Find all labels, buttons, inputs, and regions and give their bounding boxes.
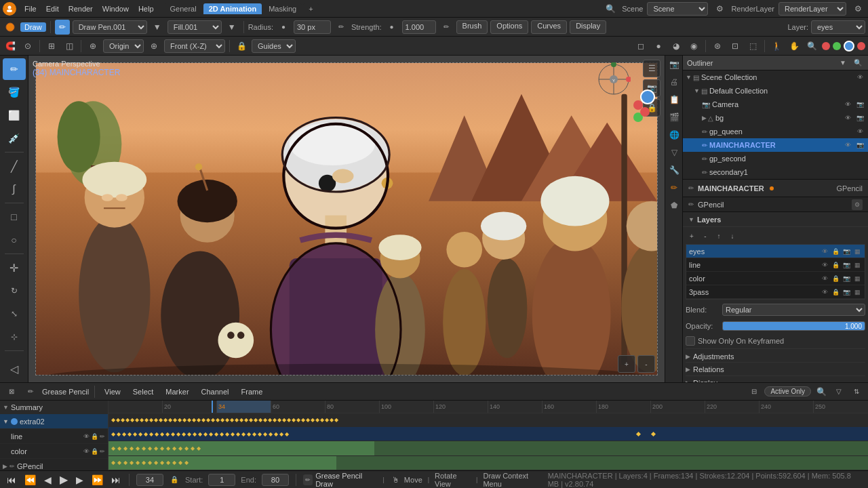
grid-icon[interactable]: ⊞ <box>44 39 59 54</box>
layer-line-mask[interactable]: ▦ <box>852 260 862 270</box>
playback-prev-keyframe[interactable]: ⏪ <box>23 474 37 485</box>
timeline-marker[interactable]: Marker <box>161 386 193 397</box>
current-frame-input[interactable] <box>136 474 163 486</box>
proportional-icon[interactable]: ⊙ <box>20 39 35 54</box>
start-frame-input[interactable] <box>208 474 235 486</box>
menu-render[interactable]: Render <box>64 3 97 14</box>
prop-icon-view-layer[interactable]: 📋 <box>665 91 683 108</box>
pressure-strength-icon[interactable]: ● <box>384 20 399 35</box>
timeline-select[interactable]: Select <box>129 386 158 397</box>
keyframed-checkbox[interactable] <box>686 336 695 346</box>
color-vis-icon[interactable]: 👁 <box>83 448 90 455</box>
layer-3pass-render[interactable]: 📷 <box>842 287 851 297</box>
move-layer-up-btn[interactable]: ↑ <box>713 230 725 242</box>
timeline-gp-icon[interactable]: ✏ <box>23 384 38 399</box>
color-track-label[interactable]: color 👁 🔒 ✏ <box>0 444 108 459</box>
active-only-pill[interactable]: Active Only <box>764 386 811 396</box>
radius-input[interactable] <box>294 20 331 34</box>
line-vis-icon[interactable]: 👁 <box>83 433 90 440</box>
tool-curve[interactable]: ∫ <box>3 178 26 200</box>
prop-icon-world[interactable]: 🌐 <box>665 126 683 144</box>
zoom-out-btn[interactable]: - <box>637 355 655 373</box>
summary-track-label[interactable]: ▼ Summary <box>0 401 108 414</box>
color-edit-icon[interactable]: ✏ <box>100 448 105 455</box>
outliner-secondary1[interactable]: ✏ secondary1 <box>683 165 868 179</box>
menu-window[interactable]: Window <box>98 3 133 14</box>
layer-color-render[interactable]: 📷 <box>842 274 851 283</box>
zoom-icon[interactable]: 🔍 <box>804 39 819 54</box>
prop-icon-render[interactable]: 📷 <box>665 56 683 73</box>
playback-play[interactable]: ▶ <box>58 473 69 486</box>
brush-settings-icon[interactable]: ▼ <box>150 20 165 35</box>
xray-icon[interactable]: ⬚ <box>745 39 760 54</box>
tool-eyedropper[interactable]: 💉 <box>3 127 26 149</box>
walk-icon[interactable]: 🚶 <box>769 39 784 54</box>
layer-line-render[interactable]: 📷 <box>842 260 851 270</box>
layer-3pass-mask[interactable]: ▦ <box>852 287 862 297</box>
viewport-shading-solid[interactable]: ● <box>651 39 666 54</box>
scene-select[interactable]: Scene <box>647 2 708 16</box>
viewport-gizmo[interactable]: Y <box>597 62 631 96</box>
tab-2d-animation[interactable]: 2D Animation <box>203 3 262 14</box>
zoom-btn[interactable]: + <box>618 355 635 373</box>
strength-pen-icon[interactable]: ✏ <box>439 20 454 35</box>
brush-select[interactable]: Draw Pen.001 <box>73 20 147 34</box>
playback-prev-frame[interactable]: ◀ <box>43 474 53 485</box>
gizmo-icon[interactable]: ⊛ <box>710 39 725 54</box>
camera-visibility[interactable]: 👁 <box>842 99 853 110</box>
viewport-shading-render[interactable]: ◉ <box>686 39 701 54</box>
tool-erase[interactable]: ⬜ <box>3 104 26 126</box>
outliner-gp-queen[interactable]: ✏ gp_queen 👁 <box>683 125 868 138</box>
gp-queen-vis[interactable]: 👁 <box>854 126 865 137</box>
menu-file[interactable]: File <box>20 3 41 14</box>
tool-transform[interactable]: ⊹ <box>3 326 26 348</box>
layer-color-lock[interactable]: 🔒 <box>831 274 840 283</box>
brush-btn[interactable]: Brush <box>456 20 488 34</box>
add-layer-btn[interactable]: + <box>686 230 698 242</box>
guides-select[interactable]: Guides <box>252 39 296 53</box>
tool-scale[interactable]: ⤡ <box>3 303 26 325</box>
layers-section-header[interactable]: ▼ Layers <box>683 212 868 227</box>
prop-icon-material[interactable]: ⬟ <box>665 197 683 214</box>
viewport-shading-material[interactable]: ◕ <box>669 39 684 54</box>
line-track-label[interactable]: line 👁 🔒 ✏ <box>0 429 108 444</box>
timeline-icon[interactable]: ⊠ <box>4 384 19 399</box>
scene-settings-icon[interactable]: ⚙ <box>712 1 727 16</box>
outliner-search-icon[interactable]: 🔍 <box>852 57 864 69</box>
frame-lock-icon[interactable]: 🔒 <box>169 474 180 486</box>
layer-eyes-mask[interactable]: ▦ <box>852 247 862 256</box>
outliner-default-collection[interactable]: ▼ ▤ Default Collection <box>683 84 868 98</box>
layer-color-hide[interactable]: 👁 <box>820 274 829 283</box>
prop-icon-object[interactable]: ▽ <box>665 144 683 161</box>
filter-icon[interactable]: ▽ <box>831 384 846 399</box>
strength-input[interactable] <box>402 20 436 34</box>
view-select[interactable]: Front (X-Z) <box>164 39 225 53</box>
outliner-gp-second[interactable]: ✏ gp_second <box>683 152 868 165</box>
mainchar-vis[interactable]: 👁 <box>842 140 853 150</box>
sort-icon[interactable]: ⇅ <box>849 384 864 399</box>
move-layer-down-btn[interactable]: ↓ <box>726 230 738 242</box>
prop-icon-modifier[interactable]: 🔧 <box>665 161 683 179</box>
outliner-maincharacter[interactable]: ✏ MAINCHARACTER 👁 📷 <box>683 138 868 152</box>
prop-icon-scene[interactable]: 🎬 <box>665 108 683 126</box>
tool-draw[interactable]: ✏ <box>3 58 26 80</box>
tab-masking[interactable]: Masking <box>263 3 302 14</box>
view-menu-btn[interactable]: ☰ <box>643 60 660 77</box>
menu-edit[interactable]: Edit <box>42 3 63 14</box>
tab-add[interactable]: + <box>303 3 318 14</box>
line-edit-icon[interactable]: ✏ <box>100 433 105 440</box>
layer-select[interactable]: eyes <box>811 20 865 34</box>
relations-section-header[interactable]: ▶ Relations <box>686 362 865 375</box>
search-timeline[interactable]: 🔍 <box>814 384 829 399</box>
origin-select[interactable]: Origin <box>103 39 144 53</box>
outliner-camera[interactable]: 📷 Camera 👁 📷 <box>683 98 868 111</box>
radius-pen-icon[interactable]: ✏ <box>334 20 349 35</box>
curves-btn[interactable]: Curves <box>531 20 567 34</box>
transform-icon[interactable]: ⊕ <box>85 39 100 54</box>
transform-orient-icon[interactable]: ⊕ <box>146 39 161 54</box>
tool-circle[interactable]: ○ <box>3 229 26 251</box>
layer-eyes-hide[interactable]: 👁 <box>820 247 829 256</box>
layer-line[interactable]: line 👁 🔒 📷 ▦ <box>686 258 865 272</box>
draw-tool-icon[interactable]: ✏ <box>55 20 70 35</box>
snap-icon[interactable]: 🧲 <box>3 39 18 54</box>
